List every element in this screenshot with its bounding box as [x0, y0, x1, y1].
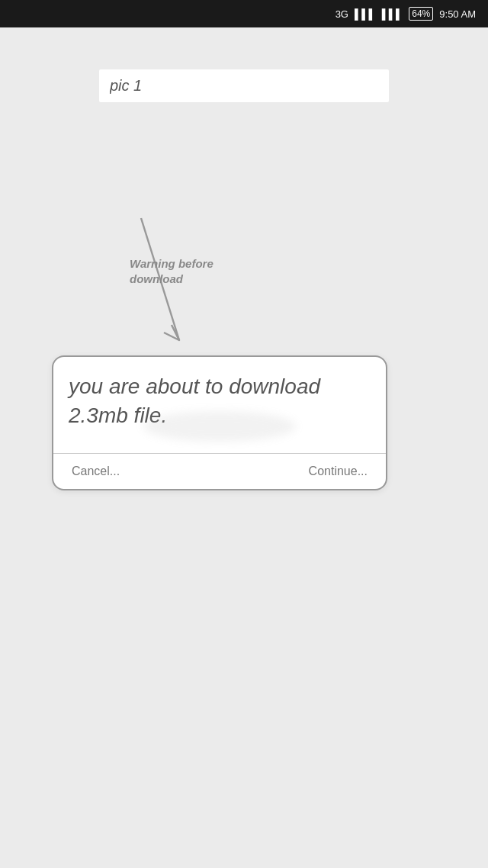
continue-button[interactable]: Continue...: [309, 465, 368, 478]
annotation-arrow-svg: [118, 211, 210, 363]
cancel-button[interactable]: Cancel...: [72, 465, 120, 478]
network-icon: 3G: [336, 8, 348, 20]
clock: 9:50 AM: [439, 8, 476, 20]
annotation-label: Warning before download: [130, 256, 244, 286]
download-warning-dialog: you are about to download 2.3mb file. Ca…: [52, 355, 387, 490]
title-input[interactable]: [99, 69, 389, 102]
battery-icon: 64%: [409, 7, 433, 21]
signal-bars-icon: ▌▌▌: [355, 8, 376, 20]
main-content: Warning before download you are about to…: [0, 27, 488, 868]
dialog-buttons: Cancel... Continue...: [69, 454, 371, 489]
status-bar: 3G ▌▌▌ ▌▌▌ 64% 9:50 AM: [0, 0, 488, 27]
wifi-bars-icon: ▌▌▌: [382, 8, 403, 20]
dialog-watermark: [53, 403, 386, 449]
